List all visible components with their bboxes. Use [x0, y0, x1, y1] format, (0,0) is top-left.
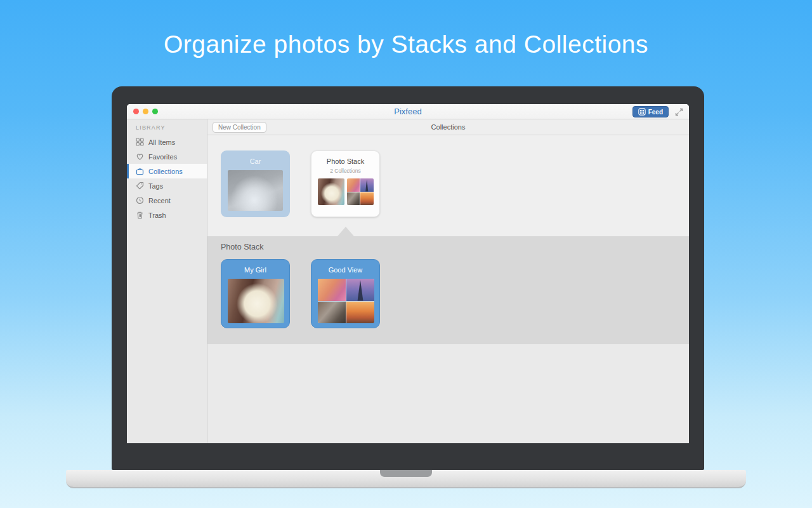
collections-row: Car Photo Stack 2 Collections — [207, 135, 689, 236]
collection-card-title: My Girl — [221, 260, 289, 274]
sidebar-item-all-items[interactable]: All Items — [127, 135, 207, 149]
car-photo — [228, 170, 283, 211]
laptop-notch — [380, 470, 432, 477]
deer-photo — [318, 279, 346, 301]
sidebar-item-collections[interactable]: Collections — [127, 164, 207, 178]
sidebar-item-label: Collections — [148, 168, 183, 175]
tag-icon — [136, 182, 144, 190]
page-headline: Organize photos by Stacks and Collection… — [0, 30, 812, 58]
stack-card-title: Photo Stack — [311, 151, 379, 165]
collection-card-title: Car — [221, 150, 290, 165]
collection-card-car[interactable]: Car — [221, 150, 290, 217]
trash-icon — [136, 211, 144, 219]
laptop-base — [66, 470, 746, 488]
collections-content: Car Photo Stack 2 Collections — [207, 135, 689, 442]
photo-stack-section-header: Photo Stack — [221, 243, 263, 251]
collection-card-good-view[interactable]: Good View — [311, 259, 380, 328]
sunset-city-photo — [346, 302, 374, 324]
collections-icon — [136, 167, 144, 175]
stack-expand-caret — [337, 227, 354, 236]
collection-card-title: Good View — [311, 260, 379, 274]
collection-card-photo-stack[interactable]: Photo Stack 2 Collections — [311, 150, 380, 217]
dog-photo — [318, 302, 346, 324]
stack-previews — [311, 178, 379, 205]
sidebar-item-label: Favorites — [148, 153, 177, 161]
feed-grid-icon — [638, 108, 646, 116]
toolbar-title: Collections — [207, 123, 689, 131]
sidebar-item-label: Recent — [148, 197, 171, 204]
sidebar-item-trash[interactable]: Trash — [127, 208, 207, 222]
app-window: Pixfeed Feed LIBRARY — [127, 104, 689, 443]
clock-icon — [136, 196, 144, 204]
sidebar-item-favorites[interactable]: Favorites — [127, 149, 207, 164]
window-titlebar: Pixfeed Feed — [127, 104, 689, 119]
laptop-screen-bezel: Pixfeed Feed LIBRARY — [112, 86, 704, 470]
library-header: LIBRARY — [127, 124, 207, 135]
eiffel-tower-photo — [346, 279, 374, 301]
photo-stack-section: Photo Stack My Girl Good View — [207, 236, 689, 344]
grid-icon — [136, 138, 144, 146]
sidebar-item-tags[interactable]: Tags — [127, 178, 207, 193]
stack-card-subtitle: 2 Collections — [311, 165, 379, 174]
good-view-collage — [318, 279, 374, 323]
heart-icon — [136, 152, 144, 161]
fullscreen-icon[interactable] — [675, 108, 683, 116]
feed-button[interactable]: Feed — [632, 106, 669, 117]
toolbar: New Collection Collections — [207, 119, 689, 135]
mini-preview-my-girl — [318, 178, 344, 205]
app-title: Pixfeed — [127, 107, 689, 116]
sidebar-item-label: Trash — [148, 211, 166, 219]
feed-button-label: Feed — [648, 109, 663, 116]
mini-preview-good-view — [347, 178, 374, 205]
collection-card-my-girl[interactable]: My Girl — [221, 259, 290, 328]
sidebar-item-label: All Items — [148, 138, 175, 146]
my-girl-photo — [228, 279, 284, 323]
main-area: New Collection Collections Car Photo Sta… — [207, 119, 689, 443]
sidebar-item-label: Tags — [148, 182, 163, 190]
library-sidebar: LIBRARY All Items — [127, 119, 207, 443]
sidebar-item-recent[interactable]: Recent — [127, 193, 207, 208]
